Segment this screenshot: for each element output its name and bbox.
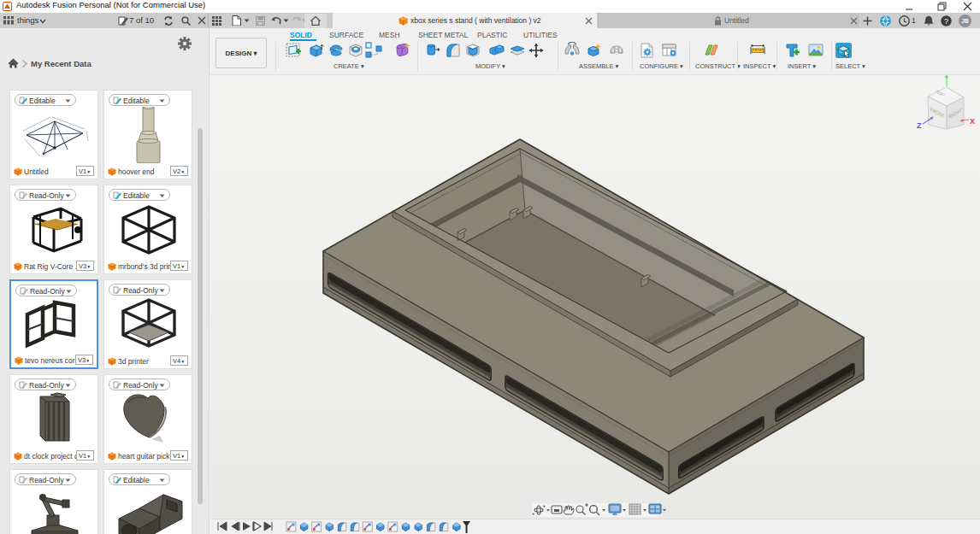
svg-text:?: ?: [944, 17, 948, 26]
